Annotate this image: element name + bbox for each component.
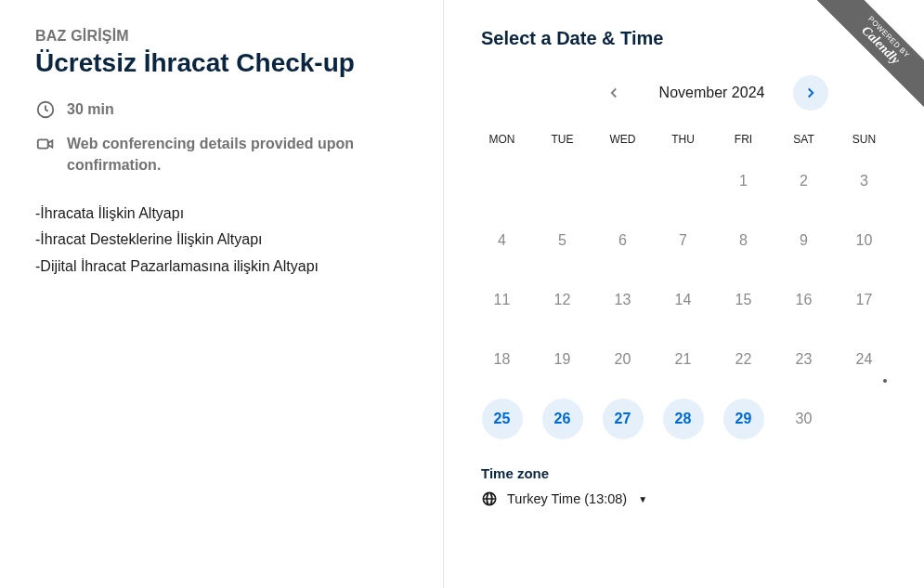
globe-icon <box>481 490 498 507</box>
empty-day <box>472 159 532 203</box>
timezone-label: Time zone <box>481 465 896 481</box>
weekday: WED <box>592 127 653 151</box>
timezone-section: Time zone Turkey Time (13:08) ▼ <box>481 465 896 507</box>
duration-text: 30 min <box>67 98 114 120</box>
conferencing-row: Web conferencing details provided upon c… <box>35 133 415 176</box>
event-title: Ücretsiz İhracat Check-up <box>35 48 415 78</box>
weekday-header: MONTUEWEDTHUFRISATSUN <box>472 127 894 151</box>
unavailable-day: 14 <box>663 280 704 320</box>
available-day[interactable]: 26 <box>542 399 583 439</box>
unavailable-day: 20 <box>603 339 644 380</box>
unavailable-day: 3 <box>844 161 885 202</box>
unavailable-day: 16 <box>784 280 825 320</box>
svg-rect-1 <box>38 140 48 149</box>
unavailable-day: 5 <box>542 220 583 261</box>
unavailable-day: 19 <box>542 339 583 380</box>
calendar-days: 1234567891011121314151617181920212223242… <box>472 159 894 441</box>
available-day[interactable]: 25 <box>482 399 523 439</box>
weekday: TUE <box>532 127 592 151</box>
weekday: SAT <box>774 127 834 151</box>
unavailable-day: 30 <box>784 399 825 439</box>
prev-month-button[interactable] <box>596 75 631 111</box>
available-day[interactable]: 28 <box>663 399 704 439</box>
description-line: -İhracata İlişkin Altyapı <box>35 201 415 228</box>
unavailable-day: 22 <box>723 339 764 380</box>
unavailable-day: 8 <box>723 220 764 261</box>
scheduler-panel: Select a Date & Time November 2024 MONTU… <box>444 0 924 588</box>
unavailable-day: 13 <box>603 280 644 320</box>
select-date-heading: Select a Date & Time <box>481 28 896 49</box>
description-line: -Dijital İhracat Pazarlamasına ilişkin A… <box>35 254 415 281</box>
clock-icon <box>35 99 56 120</box>
duration-row: 30 min <box>35 98 415 120</box>
unavailable-day: 9 <box>784 220 825 261</box>
unavailable-day: 7 <box>663 220 704 261</box>
empty-day <box>653 159 713 203</box>
event-description: -İhracata İlişkin Altyapı-İhracat Destek… <box>35 201 415 281</box>
weekday: THU <box>653 127 713 151</box>
conferencing-text: Web conferencing details provided upon c… <box>67 133 415 176</box>
unavailable-day: 1 <box>723 161 764 202</box>
unavailable-day: 23 <box>784 339 825 380</box>
unavailable-day: 18 <box>482 339 523 380</box>
available-day[interactable]: 29 <box>723 399 764 439</box>
weekday: FRI <box>713 127 774 151</box>
unavailable-day: 10 <box>844 220 885 261</box>
description-line: -İhracat Destekler­ine İlişkin Altyapı <box>35 227 415 254</box>
event-details-panel: BAZ GİRİŞİM Ücretsiz İhracat Check-up 30… <box>0 0 444 588</box>
next-month-button[interactable] <box>793 75 828 111</box>
month-navigation: November 2024 <box>527 75 896 111</box>
unavailable-day: 15 <box>723 280 764 320</box>
available-day[interactable]: 27 <box>603 399 644 439</box>
unavailable-day: 11 <box>482 280 523 320</box>
empty-day <box>592 159 653 203</box>
timezone-select[interactable]: Turkey Time (13:08) ▼ <box>481 490 896 507</box>
unavailable-day: 6 <box>603 220 644 261</box>
video-icon <box>35 134 56 154</box>
empty-day <box>532 159 592 203</box>
unavailable-day: 2 <box>784 161 825 202</box>
month-label: November 2024 <box>643 85 782 101</box>
unavailable-day: 12 <box>542 280 583 320</box>
unavailable-day: 4 <box>482 220 523 261</box>
unavailable-day: 24 <box>844 339 885 380</box>
caret-down-icon: ▼ <box>638 494 647 504</box>
unavailable-day: 17 <box>844 280 885 320</box>
weekday: SUN <box>834 127 894 151</box>
organizer-name: BAZ GİRİŞİM <box>35 28 415 45</box>
weekday: MON <box>472 127 532 151</box>
timezone-value: Turkey Time (13:08) <box>507 491 627 506</box>
calendar: MONTUEWEDTHUFRISATSUN 123456789101112131… <box>472 127 894 441</box>
unavailable-day: 21 <box>663 339 704 380</box>
